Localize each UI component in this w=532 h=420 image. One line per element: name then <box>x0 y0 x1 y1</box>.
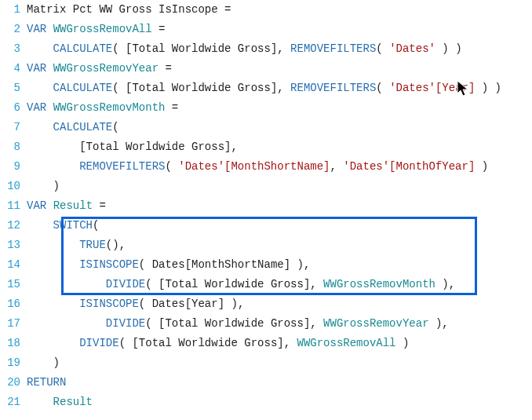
code-line[interactable]: 1 Matrix Pct WW Gross IsInscope = <box>0 0 532 20</box>
line-number: 18 <box>0 334 27 353</box>
code-content[interactable]: DIVIDE( [Total Worldwide Gross], WWGross… <box>27 334 529 353</box>
code-editor[interactable]: 1 Matrix Pct WW Gross IsInscope = 2 VAR … <box>0 0 532 420</box>
line-number: 3 <box>0 39 27 59</box>
code-content[interactable]: CALCULATE( [Total Worldwide Gross], REMO… <box>27 39 529 59</box>
line-number: 21 <box>0 393 27 412</box>
line-number: 7 <box>0 118 27 137</box>
code-line[interactable]: 19 ) <box>0 353 532 373</box>
code-content[interactable]: REMOVEFILTERS( 'Dates'[MonthShortName], … <box>27 157 529 177</box>
line-number: 14 <box>0 255 27 275</box>
code-content[interactable]: VAR WWGrossRemovAll = <box>27 20 529 39</box>
code-content[interactable]: ISINSCOPE( Dates[Year] ), <box>27 294 529 314</box>
line-number: 20 <box>0 373 27 393</box>
code-content[interactable]: CALCULATE( <box>27 118 529 137</box>
code-content[interactable]: RETURN <box>27 373 529 393</box>
code-content[interactable]: TRUE(), <box>27 236 529 255</box>
code-line[interactable]: 5 CALCULATE( [Total Worldwide Gross], RE… <box>0 79 532 98</box>
code-line[interactable]: 12 SWITCH( <box>0 216 532 236</box>
code-line[interactable]: 2 VAR WWGrossRemovAll = <box>0 20 532 39</box>
line-number: 1 <box>0 0 27 20</box>
code-line[interactable]: 11 VAR Result = <box>0 196 532 216</box>
line-number: 4 <box>0 59 27 79</box>
code-content[interactable]: ) <box>27 353 529 373</box>
code-line[interactable]: 16 ISINSCOPE( Dates[Year] ), <box>0 294 532 314</box>
line-number: 11 <box>0 196 27 216</box>
code-content[interactable]: Matrix Pct WW Gross IsInscope = <box>27 0 529 20</box>
code-line[interactable]: 10 ) <box>0 177 532 196</box>
line-number: 2 <box>0 20 27 39</box>
line-number: 17 <box>0 314 27 334</box>
code-content[interactable]: DIVIDE( [Total Worldwide Gross], WWGross… <box>27 314 529 334</box>
code-line[interactable]: 15 DIVIDE( [Total Worldwide Gross], WWGr… <box>0 275 532 294</box>
line-number: 6 <box>0 98 27 118</box>
code-line[interactable]: 21 Result <box>0 393 532 412</box>
code-line[interactable]: 8 [Total Worldwide Gross], <box>0 137 532 157</box>
line-number: 12 <box>0 216 27 236</box>
code-content[interactable]: ISINSCOPE( Dates[MonthShortName] ), <box>27 255 529 275</box>
code-content[interactable]: VAR Result = <box>27 196 529 216</box>
code-content[interactable]: DIVIDE( [Total Worldwide Gross], WWGross… <box>27 275 529 294</box>
line-number: 8 <box>0 137 27 157</box>
line-number: 16 <box>0 294 27 314</box>
code-content[interactable]: VAR WWGrossRemovYear = <box>27 59 529 79</box>
code-line[interactable]: 18 DIVIDE( [Total Worldwide Gross], WWGr… <box>0 334 532 353</box>
code-content[interactable]: CALCULATE( [Total Worldwide Gross], REMO… <box>27 79 529 98</box>
line-number: 19 <box>0 353 27 373</box>
line-number: 10 <box>0 177 27 196</box>
code-line[interactable]: 7 CALCULATE( <box>0 118 532 137</box>
code-line[interactable]: 20 RETURN <box>0 373 532 393</box>
code-line[interactable]: 14 ISINSCOPE( Dates[MonthShortName] ), <box>0 255 532 275</box>
code-line[interactable]: 9 REMOVEFILTERS( 'Dates'[MonthShortName]… <box>0 157 532 177</box>
code-line[interactable]: 17 DIVIDE( [Total Worldwide Gross], WWGr… <box>0 314 532 334</box>
line-number: 13 <box>0 236 27 255</box>
line-number: 15 <box>0 275 27 294</box>
code-content[interactable]: [Total Worldwide Gross], <box>27 137 529 157</box>
code-line[interactable]: 4 VAR WWGrossRemovYear = <box>0 59 532 79</box>
line-number: 9 <box>0 157 27 177</box>
code-content[interactable]: SWITCH( <box>27 216 529 236</box>
code-content[interactable]: ) <box>27 177 529 196</box>
code-line[interactable]: 13 TRUE(), <box>0 236 532 255</box>
code-content[interactable]: VAR WWGrossRemovMonth = <box>27 98 529 118</box>
code-line[interactable]: 3 CALCULATE( [Total Worldwide Gross], RE… <box>0 39 532 59</box>
code-content[interactable]: Result <box>27 393 529 412</box>
line-number: 5 <box>0 79 27 98</box>
code-line[interactable]: 6 VAR WWGrossRemovMonth = <box>0 98 532 118</box>
